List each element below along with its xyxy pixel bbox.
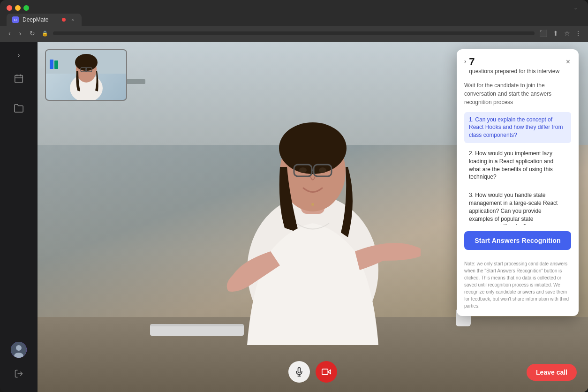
svg-point-17 — [311, 203, 314, 206]
panel-close-button[interactable]: × — [565, 57, 571, 67]
calendar-icon[interactable] — [10, 70, 28, 90]
exit-icon[interactable] — [10, 365, 27, 384]
tab-close-button[interactable]: × — [69, 16, 76, 23]
nav-bar: ‹ › ↻ 🔒 ⬛ ⬆ ☆ ⋮ — [0, 26, 588, 42]
thumb-person — [65, 53, 107, 100]
nav-actions: ⬛ ⬆ ☆ — [539, 30, 570, 37]
sidebar: › — [0, 42, 38, 392]
svg-rect-0 — [15, 75, 23, 83]
lock-icon: 🔒 — [42, 30, 48, 37]
thumb-binder — [50, 60, 53, 69]
question-item-1[interactable]: 1. Can you explain the concept of React … — [464, 112, 571, 143]
minimize-window-button[interactable] — [15, 5, 21, 11]
panel-description: Wait for the candidate to join the conve… — [457, 81, 579, 112]
panel-header: › 7 questions prepared for this intervie… — [457, 49, 579, 81]
question-count: 7 — [469, 57, 559, 67]
panel-chevron-icon: › — [464, 58, 466, 65]
svg-point-15 — [299, 167, 307, 173]
tab-title: DeepMate — [23, 16, 58, 23]
svg-rect-26 — [322, 369, 328, 375]
toggle-camera-button[interactable] — [316, 361, 337, 383]
reload-button[interactable]: ↻ — [28, 29, 37, 38]
thumb-binder-2 — [54, 60, 58, 69]
main-content: › — [0, 42, 588, 392]
camera-nav-icon[interactable]: ⬛ — [539, 30, 547, 37]
bookmark-icon[interactable]: ☆ — [564, 30, 570, 37]
avatar[interactable] — [11, 342, 27, 358]
sidebar-toggle-button[interactable]: › — [16, 49, 22, 60]
questions-list: 1. Can you explain the concept of React … — [457, 112, 579, 225]
svg-point-11 — [279, 122, 347, 174]
browser-chrome: ⌄ D DeepMate × ‹ › ↻ 🔒 ⬛ ⬆ ☆ ⋮ — [0, 0, 588, 42]
mute-microphone-button[interactable] — [288, 361, 310, 383]
share-icon[interactable]: ⬆ — [553, 30, 558, 37]
video-area: › 7 questions prepared for this intervie… — [38, 42, 588, 392]
question-text-1: 1. Can you explain the concept of React … — [469, 116, 563, 139]
maximize-window-button[interactable] — [23, 5, 29, 11]
svg-point-5 — [16, 345, 22, 351]
start-answers-recognition-button[interactable]: Start Answers Recognition — [464, 231, 571, 250]
panel-title-content: 7 questions prepared for this interview — [469, 57, 559, 75]
side-panel: › 7 questions prepared for this intervie… — [457, 49, 579, 316]
close-window-button[interactable] — [7, 5, 12, 11]
question-text-3: 3. How would you handle state management… — [469, 192, 558, 224]
tab-bar: D DeepMate × — [0, 11, 588, 26]
forward-button[interactable]: › — [17, 29, 23, 38]
address-bar[interactable] — [53, 31, 535, 35]
title-bar: ⌄ — [0, 0, 588, 11]
panel-note: Note: we only start processing candidate… — [457, 256, 579, 316]
panel-title-row: › 7 questions prepared for this intervie… — [464, 57, 559, 75]
traffic-lights — [7, 5, 29, 11]
sidebar-bottom — [10, 342, 27, 384]
active-tab[interactable]: D DeepMate × — [7, 14, 82, 26]
thumbnail-bg — [46, 50, 126, 100]
svg-point-16 — [319, 167, 326, 173]
self-view-thumbnail — [45, 49, 127, 101]
browser-more-button[interactable]: ⋮ — [575, 30, 581, 37]
recording-dot — [62, 18, 66, 22]
question-item-2[interactable]: 2. How would you implement lazy loading … — [464, 146, 571, 185]
question-text-2: 2. How would you implement lazy loading … — [469, 150, 553, 180]
panel-subtitle: questions prepared for this interview — [469, 68, 559, 75]
more-tabs-icon[interactable]: ⌄ — [573, 5, 578, 11]
leave-call-button[interactable]: Leave call — [527, 364, 577, 381]
question-item-3[interactable]: 3. How would you handle state management… — [464, 188, 571, 224]
panel-footer: Start Answers Recognition — [457, 225, 579, 256]
tab-favicon: D — [12, 16, 19, 23]
person-figure — [205, 73, 421, 345]
bottom-controls — [288, 361, 337, 383]
back-button[interactable]: ‹ — [7, 29, 13, 38]
folder-icon[interactable] — [10, 99, 28, 120]
